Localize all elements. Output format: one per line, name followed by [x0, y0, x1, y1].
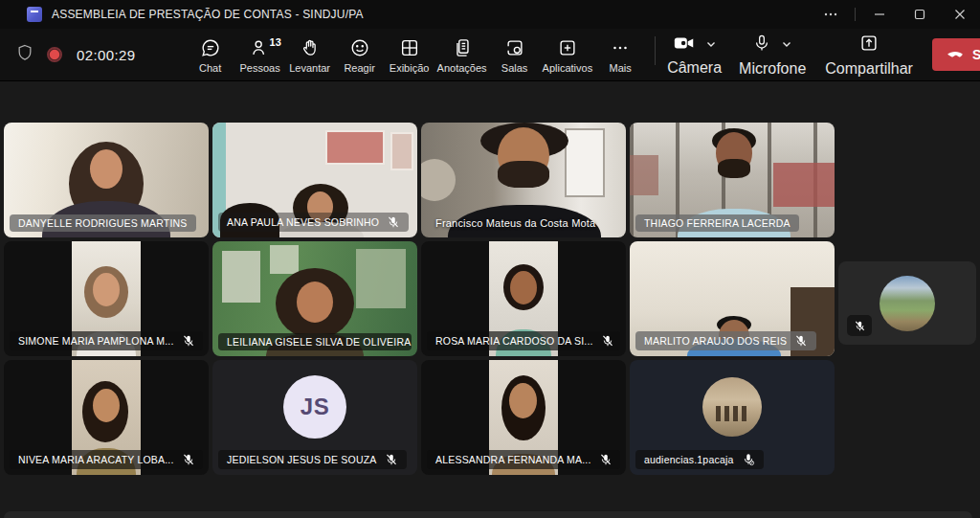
video-tile-rosa[interactable]: ROSA MARIA CARDOSO DA SI... — [421, 241, 626, 356]
microphone-icon — [752, 33, 771, 57]
minimize-button[interactable] — [859, 0, 900, 29]
participant-name: ROSA MARIA CARDOSO DA SI... — [435, 335, 593, 347]
window-title: ASSEMBLEIA DE PRESTAÇÃO DE CONTAS - SIND… — [52, 8, 364, 21]
participant-name-pill: NIVEA MARIA ARACATY LOBA... — [10, 450, 203, 469]
leave-label: Sair — [972, 47, 980, 62]
participant-name-pill: ROSA MARIA CARDOSO DA SI... — [427, 331, 620, 350]
close-button[interactable] — [940, 0, 980, 29]
chat-button[interactable]: Chat — [186, 34, 235, 76]
share-button[interactable]: Compartilhar — [823, 31, 915, 79]
toolbar-divider — [655, 36, 656, 65]
muted-mic-icon — [794, 334, 808, 348]
rooms-button[interactable]: Salas — [490, 34, 540, 76]
participant-name-pill: DANYELLE RODRIGUES MARTINS — [10, 214, 196, 232]
video-tile-danyelle[interactable]: DANYELLE RODRIGUES MARTINS — [4, 123, 209, 237]
scene-decoration — [297, 282, 333, 323]
muted-mic-icon — [599, 453, 612, 466]
participant-name: SIMONE MARIA PAMPLONA M... — [18, 335, 174, 347]
camera-label: Câmera — [667, 59, 722, 77]
participant-name: audiencias.1pacaja — [644, 454, 734, 465]
raise-hand-label: Levantar — [289, 62, 330, 74]
video-tile-jedielson[interactable]: JS JEDIELSON JESUS DE SOUZA — [212, 360, 417, 475]
scene-decoration — [93, 389, 120, 422]
view-button[interactable]: Exibição — [385, 34, 434, 76]
video-tile-marlito[interactable]: MARLITO ARAUJO DOS REIS — [630, 241, 835, 356]
scene-decoration — [390, 132, 413, 170]
camera-button[interactable]: Câmera — [665, 32, 724, 79]
microphone-chevron-icon[interactable] — [781, 36, 792, 54]
annotations-label: Anotações — [437, 62, 487, 74]
shield-icon — [15, 43, 34, 66]
participant-name: DANYELLE RODRIGUES MARTINS — [18, 217, 188, 229]
people-button[interactable]: 13 Pessoas — [235, 34, 285, 76]
titlebar-more-icon[interactable] — [811, 0, 851, 29]
next-row-tiles-partial — [4, 511, 972, 518]
participant-name-pill: MARLITO ARAUJO DOS REIS — [635, 331, 816, 350]
apps-button[interactable]: Aplicativos — [540, 34, 596, 76]
people-label: Pessoas — [239, 62, 279, 74]
participant-photo-avatar — [702, 377, 762, 437]
scene-decoration — [222, 251, 260, 303]
react-smiley-icon — [349, 37, 370, 58]
participant-name-pill: LEILIANA GISELE SILVA DE OLIVEIRA — [218, 333, 412, 350]
annotations-button[interactable]: Anotações — [434, 34, 490, 76]
video-tile-leiliana[interactable]: LEILIANA GISELE SILVA DE OLIVEIRA — [212, 241, 417, 356]
titlebar-divider — [855, 8, 856, 21]
video-tile-alessandra[interactable]: ALESSANDRA FERNANDA MA... — [421, 360, 626, 475]
people-count-badge: 13 — [270, 36, 281, 48]
scene-decoration — [630, 155, 658, 195]
more-ellipsis-icon — [610, 37, 631, 58]
video-tile-ana-paula[interactable]: ANA PAULA NEVES SOBRINHO — [212, 123, 417, 237]
meeting-window: ASSEMBLEIA DE PRESTAÇÃO DE CONTAS - SIND… — [0, 0, 980, 518]
scene-decoration — [509, 383, 537, 418]
rooms-icon — [504, 37, 525, 58]
video-tile-simone[interactable]: SIMONE MARIA PAMPLONA M... — [4, 241, 209, 356]
participant-name-pill: SIMONE MARIA PAMPLONA M... — [10, 331, 203, 350]
video-tile-side-participant[interactable] — [838, 261, 976, 345]
raise-hand-icon — [300, 37, 321, 58]
share-icon — [858, 33, 880, 57]
video-grid: DANYELLE RODRIGUES MARTINS ANA PAULA NEV… — [0, 81, 980, 518]
meeting-toolbar: 02:00:29 Chat 13 Pessoas Levantar — [0, 29, 980, 81]
scene-decoration — [565, 128, 605, 197]
chat-icon — [200, 37, 221, 58]
muted-mic-icon — [182, 334, 195, 348]
video-tile-thiago[interactable]: THIAGO FERREIRA LACERDA — [630, 123, 835, 237]
scene-decoration — [498, 161, 549, 188]
participant-name: MARLITO ARAUJO DOS REIS — [644, 335, 787, 347]
participant-name-pill: Francisco Mateus da Costa Mota — [427, 214, 604, 232]
muted-mic-icon — [601, 334, 614, 348]
camera-chevron-icon[interactable] — [705, 36, 717, 54]
hang-up-icon — [946, 46, 965, 63]
more-button[interactable]: Mais — [595, 34, 645, 76]
maximize-button[interactable] — [900, 0, 940, 29]
scene-decoration — [510, 271, 537, 304]
participant-name: THIAGO FERREIRA LACERDA — [644, 217, 791, 229]
participant-name: Francisco Mateus da Costa Mota — [435, 217, 595, 229]
participant-name-pill: ANA PAULA NEVES SOBRINHO — [218, 213, 409, 232]
leave-button[interactable]: Sair — [932, 38, 980, 71]
scene-decoration — [421, 159, 456, 201]
muted-mic-icon — [854, 320, 866, 332]
microphone-button[interactable]: Microfone — [737, 31, 808, 79]
scene-decoration — [270, 245, 299, 274]
participant-name-pill: ALESSANDRA FERNANDA MA... — [427, 450, 620, 469]
react-label: Reagir — [344, 62, 374, 74]
participant-name-pill: audiencias.1pacaja — [635, 450, 764, 469]
participant-initials: JS — [301, 394, 329, 420]
participant-photo-avatar — [880, 276, 935, 331]
video-tile-francisco[interactable]: Francisco Mateus da Costa Mota — [421, 123, 626, 237]
view-label: Exibição — [390, 62, 430, 74]
video-tile-nivea[interactable]: NIVEA MARIA ARACATY LOBA... — [4, 360, 209, 475]
rooms-label: Salas — [501, 62, 528, 74]
scene-decoration — [325, 130, 385, 165]
muted-mic-icon — [182, 453, 195, 466]
view-grid-icon — [399, 37, 420, 58]
react-button[interactable]: Reagir — [335, 34, 385, 76]
participant-name: NIVEA MARIA ARACATY LOBA... — [18, 454, 174, 465]
participant-initials-avatar: JS — [283, 375, 346, 439]
scene-decoration — [718, 159, 750, 178]
raise-hand-button[interactable]: Levantar — [285, 34, 335, 76]
scene-decoration — [90, 149, 122, 189]
video-tile-audiencias[interactable]: audiencias.1pacaja — [630, 360, 835, 475]
